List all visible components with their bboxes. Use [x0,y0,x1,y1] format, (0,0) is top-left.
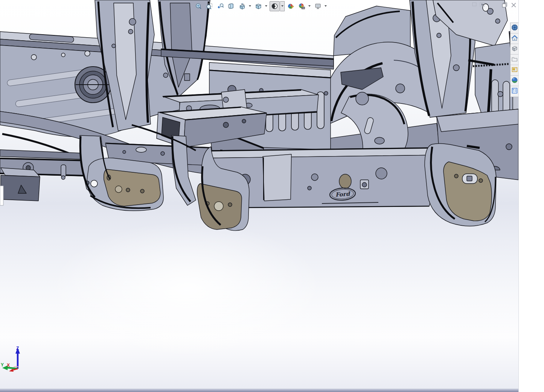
desktop-margin [518,0,544,392]
ghost-arrow-button [479,2,486,8]
library-icon [511,45,518,53]
edit-appearance-button[interactable] [286,1,296,11]
task-pane-tab-home[interactable] [510,33,518,44]
task-pane-tabs [510,23,518,97]
view-orientation-button[interactable] [237,1,247,11]
hide-show-items-icon [271,3,278,9]
hide-show-items-dropdown[interactable] [280,1,285,11]
restore-window-icon [501,2,508,10]
window-controls [501,2,517,9]
model-3d-view[interactable]: Ford [0,0,518,392]
display-style-dropdown[interactable] [264,1,268,11]
apply-scene-button[interactable] [297,1,307,11]
apply-scene-dropdown[interactable] [307,1,312,11]
z-axis-label: Z [16,346,19,351]
form-icon [511,87,518,96]
x-axis-label: X [7,363,10,368]
display-style-button[interactable] [253,1,264,11]
task-pane-tab-solidworks-resources[interactable] [510,23,518,33]
zoom-to-area-button[interactable] [204,1,215,11]
bump-stop-box[interactable] [0,168,40,205]
y-axis-label: Y [1,362,4,368]
globe-icon [511,24,518,32]
home-icon [511,35,518,43]
zoom-to-area-icon [206,3,213,9]
folder-icon [511,56,518,64]
chevron-down-icon [265,5,267,7]
orientation-triad: Z Y X [0,345,41,378]
ghost-restore-icon [472,2,477,9]
close-window-button[interactable] [510,2,517,9]
hide-show-items-button[interactable] [270,1,280,11]
task-pane-tab-view-palette[interactable] [510,65,518,76]
ghost-window-controls [471,2,486,8]
chevron-down-icon [325,5,327,7]
section-view-icon [228,3,235,9]
task-pane-tab-custom-properties[interactable] [510,86,518,97]
section-view-button[interactable] [226,1,236,11]
view-orientation-dropdown[interactable] [248,1,252,11]
ford-logo-text: Ford [335,190,350,198]
x-axis-arrow [9,369,14,372]
apply-scene-icon [299,3,305,9]
zoom-to-fit-icon [195,3,202,9]
zoom-to-fit-button[interactable] [194,1,204,11]
graphics-area[interactable]: Ford [0,0,518,392]
ghost-restore-button [471,2,478,8]
view-settings-button[interactable] [313,1,323,11]
ghost-arrow-icon [480,2,485,9]
status-bar-edge [0,388,518,392]
previous-view-button[interactable] [215,1,226,11]
task-pane-tab-file-explorer[interactable] [510,55,518,65]
heads-up-toolbar [193,1,329,11]
close-window-icon [510,2,517,10]
task-pane-tab-design-library[interactable] [510,44,518,55]
display-style-icon [255,3,262,9]
palette-icon [511,66,518,74]
view-settings-icon [315,3,321,9]
chevron-down-icon [249,5,251,7]
view-settings-dropdown[interactable] [323,1,328,11]
previous-view-icon [217,3,224,9]
sphere-icon [511,77,518,85]
edit-appearance-icon [288,3,294,9]
spring-hanger-right[interactable] [425,143,496,226]
chevron-down-icon [308,5,311,7]
view-orientation-icon [239,3,245,9]
task-pane-tab-appearances-scenes[interactable] [510,76,518,86]
restore-window-button[interactable] [501,2,508,9]
chevron-down-icon [281,5,283,7]
